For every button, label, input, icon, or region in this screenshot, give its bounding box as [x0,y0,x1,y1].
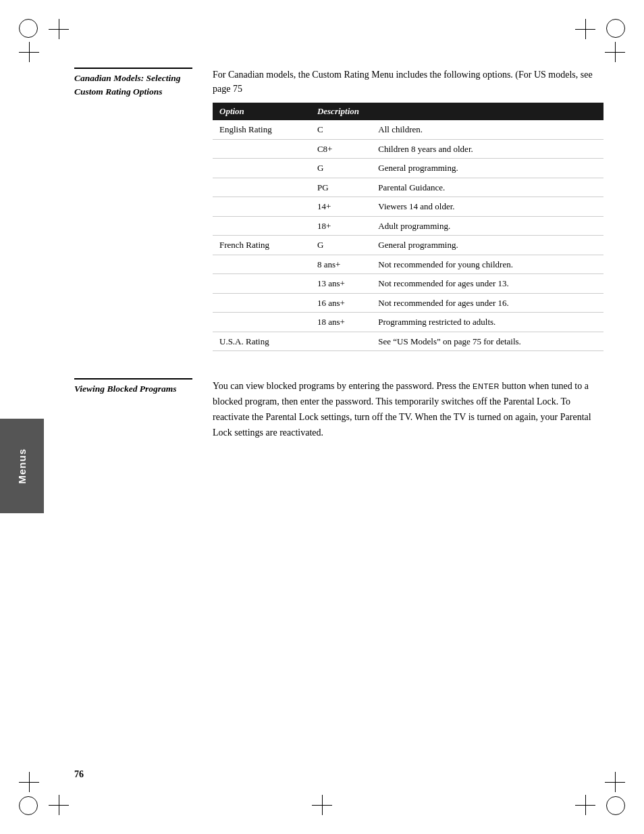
table-cell-option [311,332,371,351]
table-cell-description: See “US Models” on page 75 for details. [371,332,603,351]
table-cell-description: General programming. [371,159,603,178]
decorative-circle-tr [606,19,625,38]
enter-button-label: ENTER [473,382,500,390]
table-row: GGeneral programming. [213,159,603,178]
table-row: C8+Children 8 years and older. [213,139,603,159]
table-cell-option: G [311,236,371,255]
table-row: 16 ans+Not recommended for ages under 16… [213,293,603,313]
col-description: Description [311,103,603,120]
section-canadian-models: Canadian Models: Selecting Custom Rating… [74,68,603,351]
table-row: French RatingGGeneral programming. [213,236,603,255]
table-cell-option: G [311,159,371,178]
side-tab-label: Menus [16,448,28,484]
col-option: Option [213,103,311,120]
table-cell-option: C [311,120,371,139]
page-number: 76 [74,769,84,780]
crosshair-tl2 [19,42,39,62]
section-label-canadian: Canadian Models: Selecting Custom Rating… [74,68,199,351]
table-cell-description: Parental Guidance. [371,178,603,197]
table-cell-category: U.S.A. Rating [213,332,311,351]
table-cell-category: English Rating [213,120,311,139]
viewing-text: You can view blocked programs by enterin… [213,378,603,440]
section-viewing-blocked: Viewing Blocked Programs You can view bl… [74,378,603,440]
table-cell-option: 18 ans+ [311,313,371,332]
crosshair-bc [312,795,332,815]
table-cell-category [213,274,311,294]
table-cell-category [213,216,311,236]
crosshair-tr2 [605,42,625,62]
table-cell-option: PG [311,178,371,197]
table-cell-category [213,178,311,197]
table-cell-option: 14+ [311,197,371,217]
table-cell-category: French Rating [213,236,311,255]
table-cell-option: 18+ [311,216,371,236]
table-cell-description: General programming. [371,236,603,255]
decorative-circle-tl [19,19,38,38]
decorative-circle-br [606,796,625,815]
table-cell-description: Programming restricted to adults. [371,313,603,332]
table-row: 14+Viewers 14 and older. [213,197,603,217]
table-row: PGParental Guidance. [213,178,603,197]
table-row: 13 ans+Not recommended for ages under 13… [213,274,603,294]
crosshair-bl [49,795,69,815]
table-row: 18+Adult programming. [213,216,603,236]
side-tab-menus: Menus [0,419,44,513]
table-cell-category [213,255,311,274]
table-cell-description: Not recommended for ages under 13. [371,274,603,294]
decorative-circle-bl [19,796,38,815]
table-cell-description: All children. [371,120,603,139]
table-cell-description: Viewers 14 and older. [371,197,603,217]
crosshair-br2 [605,772,625,792]
table-cell-description: Not recommended for ages under 16. [371,293,603,313]
table-row: 8 ans+Not recommended for young children… [213,255,603,274]
viewing-text-part1: You can view blocked programs by enterin… [213,381,473,391]
table-cell-description: Children 8 years and older. [371,139,603,159]
table-header: Option Description [213,103,603,120]
table-cell-option: C8+ [311,139,371,159]
table-cell-category [213,159,311,178]
table-cell-option: 13 ans+ [311,274,371,294]
crosshair-br [575,795,595,815]
section-title-canadian: Canadian Models: Selecting Custom Rating… [74,68,192,99]
table-cell-category [213,313,311,332]
intro-text: For Canadian models, the Custom Rating M… [213,68,603,96]
crosshair-bl2 [19,772,39,792]
table-cell-category [213,139,311,159]
section-label-viewing: Viewing Blocked Programs [74,378,199,440]
section-title-viewing: Viewing Blocked Programs [74,378,192,396]
table-cell-category [213,197,311,217]
table-cell-category [213,293,311,313]
table-cell-description: Adult programming. [371,216,603,236]
table-body: English RatingCAll children.C8+Children … [213,120,603,351]
options-table: Option Description English RatingCAll ch… [213,103,603,351]
table-cell-option: 16 ans+ [311,293,371,313]
crosshair-tr [575,19,595,39]
table-row: U.S.A. RatingSee “US Models” on page 75 … [213,332,603,351]
table-row: 18 ans+Programming restricted to adults. [213,313,603,332]
table-row: English RatingCAll children. [213,120,603,139]
table-cell-option: 8 ans+ [311,255,371,274]
table-header-row: Option Description [213,103,603,120]
section-content-canadian: For Canadian models, the Custom Rating M… [213,68,603,351]
crosshair-tl [49,19,69,39]
section-content-viewing: You can view blocked programs by enterin… [213,378,603,440]
table-cell-description: Not recommended for young children. [371,255,603,274]
